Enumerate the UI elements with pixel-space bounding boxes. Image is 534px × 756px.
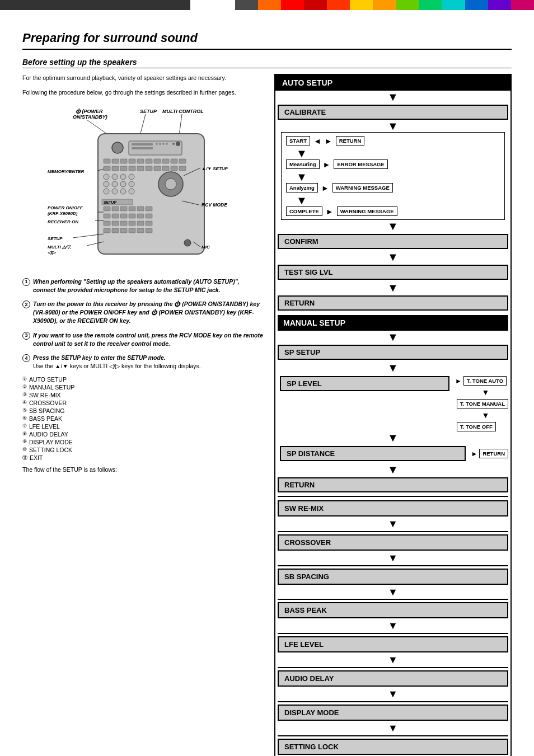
list-item-5: ⑤ SB SPACING [22, 407, 263, 414]
arrow-to-testsig: ▼ [275, 251, 510, 262]
svg-point-38 [104, 174, 109, 180]
arrow-to-basspeak: ▼ [278, 587, 508, 598]
arrow-to-return1: ▼ [275, 282, 510, 293]
auto-setup-header: AUTO SETUP [275, 75, 510, 91]
flow-diagram-outer: AUTO SETUP ▼ CALIBRATE ▼ START ◄ ► RETU [274, 74, 512, 756]
svg-point-13 [159, 143, 161, 145]
separator-line-6 [278, 667, 508, 668]
remote-illustration: ⏻ (POWER ON/STANDBY) SETUP MULTI CONTROL [42, 103, 243, 271]
arrow-to-sp-return: ► [471, 450, 478, 458]
list-label-8: AUDIO DELAY [29, 431, 68, 438]
svg-point-8 [112, 142, 123, 153]
note-number-2: 2 [22, 300, 30, 308]
svg-rect-84 [146, 228, 152, 233]
color-block-3 [281, 0, 304, 10]
svg-rect-77 [137, 221, 144, 226]
svg-rect-65 [137, 206, 144, 211]
svg-rect-30 [120, 166, 127, 171]
svg-point-46 [104, 189, 109, 194]
svg-rect-75 [120, 221, 127, 226]
list-item-11: ⑪ EXIT [22, 454, 263, 462]
confirm-box: CONFIRM [278, 234, 508, 249]
note-item-1: 1 When performing "Setting up the speake… [22, 278, 263, 294]
list-num-6: ⑥ [22, 415, 27, 422]
color-block-10 [442, 0, 465, 10]
return-box-main: RETURN [278, 295, 508, 311]
svg-rect-61 [104, 206, 110, 211]
complete-row: COMPLETE ► WARNING MESSAGE [286, 206, 500, 216]
svg-rect-82 [129, 228, 135, 233]
arrow-to-spdistance: ▼ [275, 432, 510, 443]
svg-point-45 [129, 181, 134, 187]
bass-peak-box: BASS PEAK [278, 602, 508, 618]
color-block-12 [488, 0, 511, 10]
svg-rect-73 [104, 221, 110, 226]
sp-level-section: SP LEVEL [278, 374, 452, 393]
arrow-right-1: ◄ [313, 137, 321, 145]
color-block-6 [350, 0, 373, 10]
list-num-5: ⑤ [22, 407, 27, 414]
arrow-to-splevel: ▼ [275, 362, 510, 373]
svg-text:MIC: MIC [202, 245, 210, 250]
svg-rect-69 [120, 214, 127, 218]
list-label-11: EXIT [30, 454, 43, 462]
svg-line-5 [140, 114, 146, 135]
svg-rect-31 [129, 166, 135, 171]
t-tone-auto-row: ► T. TONE AUTO [455, 376, 508, 386]
sp-distance-box: SP DISTANCE [280, 446, 466, 461]
svg-text:SETUP: SETUP [48, 236, 63, 241]
sp-return-row: ► RETURN [471, 449, 508, 458]
svg-rect-28 [104, 166, 110, 171]
color-block-5 [327, 0, 350, 10]
note-text-3: If you want to use the remote control un… [33, 331, 263, 348]
arrow-to-return2: ▼ [275, 464, 510, 475]
svg-text:SETUP: SETUP [140, 109, 157, 114]
svg-rect-80 [112, 228, 119, 233]
list-item-3: ③ SW RE-MIX [22, 392, 263, 398]
t-tone-off-row: T. TONE OFF [455, 422, 508, 431]
svg-rect-33 [146, 166, 152, 171]
svg-text:▲/▼  SETUP: ▲/▼ SETUP [202, 166, 228, 171]
list-num-9: ⑨ [22, 439, 27, 445]
left-column: For the optimum surround playback, varie… [22, 74, 263, 756]
svg-text:RCV MODE: RCV MODE [202, 202, 227, 208]
svg-point-16 [172, 143, 175, 145]
analyzing-box: Analyzing [286, 183, 318, 192]
color-block-8 [396, 0, 419, 10]
lfe-level-box: LFE LEVEL [278, 636, 508, 652]
svg-rect-62 [112, 206, 119, 211]
calibrate-box: CALIBRATE [278, 105, 508, 120]
separator-line-5 [278, 633, 508, 634]
list-num-1: ① [22, 376, 27, 383]
arrow-to-tone-auto: ► [455, 377, 462, 385]
list-num-3: ③ [22, 392, 27, 398]
return-box-1: RETURN [336, 136, 365, 145]
svg-rect-36 [171, 166, 177, 171]
measuring-row: Measuring ► ERROR MESSAGE [286, 159, 500, 169]
list-num-7: ⑦ [22, 423, 27, 430]
svg-rect-70 [129, 214, 135, 218]
sp-level-row: SP LEVEL ► T. TONE AUTO ▼ T. TONE MANUAL [278, 374, 508, 431]
svg-point-40 [120, 174, 126, 180]
svg-point-96 [184, 240, 191, 246]
list-label-6: BASS PEAK [29, 415, 62, 422]
list-label-1: AUTO SETUP [29, 376, 67, 383]
arrow-to-sbspacing: ▼ [278, 553, 508, 564]
color-block-11 [465, 0, 488, 10]
list-item-2: ② MANUAL SETUP [22, 384, 263, 391]
flow-label: The flow of the SETUP is as follows: [22, 466, 263, 473]
note-number-1: 1 [22, 278, 30, 286]
arrow-analyzing: ▼ [296, 171, 500, 182]
note-item-3: 3 If you want to use the remote control … [22, 331, 263, 348]
arrow-tone-down-2: ▼ [463, 411, 508, 419]
color-block-2 [258, 0, 281, 10]
svg-rect-11 [132, 147, 153, 149]
sb-spacing-box: SB SPACING [278, 569, 508, 585]
sp-setup-box: SP SETUP [278, 345, 508, 360]
svg-rect-76 [129, 221, 135, 226]
svg-rect-23 [146, 159, 152, 163]
svg-rect-72 [146, 214, 152, 218]
svg-rect-66 [146, 206, 152, 211]
main-content: Preparing for surround sound Before sett… [22, 31, 512, 756]
separator-line-4 [278, 599, 508, 600]
